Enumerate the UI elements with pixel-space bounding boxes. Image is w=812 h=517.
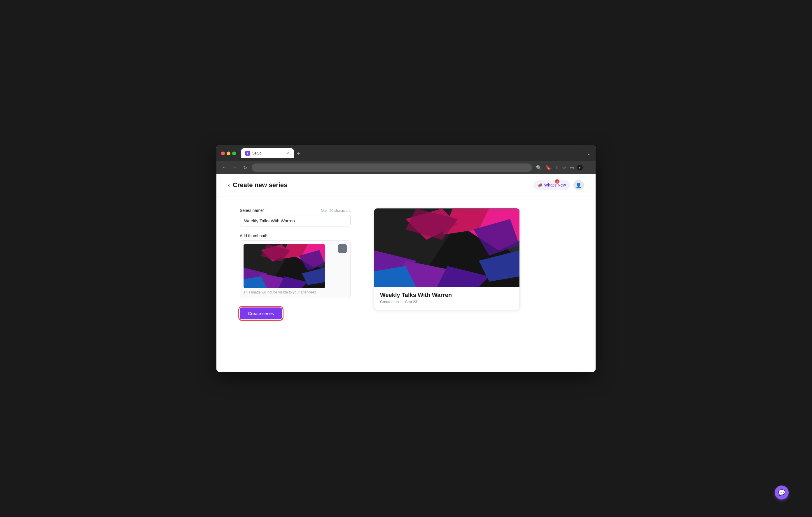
new-tab-button[interactable]: +	[294, 149, 303, 158]
page-content: ‹ Create new series 📣 What's New 1 👤	[216, 174, 596, 372]
forward-nav-button[interactable]: →	[232, 164, 239, 171]
sidebar-icon[interactable]: ▭	[569, 164, 575, 171]
preview-art	[374, 208, 519, 287]
page-header: ‹ Create new series 📣 What's New 1 👤	[216, 174, 596, 196]
thumbnail-image	[243, 244, 325, 288]
tab-title-label: Setup	[252, 151, 284, 155]
preview-thumbnail	[374, 208, 519, 287]
thumbnail-note: This image will not be visible to your a…	[243, 290, 347, 294]
address-bar[interactable]	[252, 163, 532, 172]
search-icon[interactable]: 🔍	[535, 164, 543, 171]
preview-section: Weekly Talks With Warren Created on 11 S…	[374, 208, 520, 310]
thumbnail-art	[243, 244, 325, 288]
dots-icon: ···	[341, 246, 344, 251]
user-avatar[interactable]: 👤	[573, 180, 584, 190]
preview-date: Created on 11 Sep 23	[380, 300, 514, 304]
whats-new-button[interactable]: 📣 What's New 1	[533, 180, 570, 190]
nav-icons-right: 🔍 🔖 ⇧ ☆ ▭ ● ⋮	[535, 164, 591, 171]
page-header-left: ‹ Create new series	[228, 181, 287, 189]
bookmark-icon[interactable]: 🔖	[545, 164, 552, 171]
close-button[interactable]	[221, 152, 225, 155]
chat-icon: 💬	[778, 489, 785, 496]
thumbnail-required-star: *	[266, 234, 267, 238]
avatar-icon: 👤	[576, 182, 582, 188]
page-title: Create new series	[233, 181, 287, 189]
preview-title: Weekly Talks With Warren	[380, 292, 514, 298]
traffic-lights	[221, 152, 236, 155]
thumbnail-menu-button[interactable]: ···	[338, 244, 347, 253]
browser-titlebar: Z Setup × + ⌄	[216, 145, 596, 161]
browser-nav-bar: ← → ↻ 🔍 🔖 ⇧ ☆ ▭ ● ⋮	[216, 161, 596, 174]
back-nav-button[interactable]: ←	[221, 164, 228, 171]
header-right: 📣 What's New 1 👤	[533, 180, 584, 190]
required-star: *	[263, 208, 264, 213]
menu-icon[interactable]: ⋮	[585, 164, 591, 171]
series-name-hint: Max. 50 characters	[321, 209, 351, 213]
form-section: Series name* Max. 50 characters Add thum…	[240, 208, 351, 320]
whats-new-label: What's New	[544, 183, 566, 187]
thumbnail-container: ··· This image will not be visible to yo…	[240, 240, 351, 298]
create-series-button[interactable]: Create series	[240, 307, 282, 320]
reload-nav-button[interactable]: ↻	[242, 164, 248, 171]
notification-badge: 1	[555, 179, 559, 184]
page-back-button[interactable]: ‹	[228, 182, 230, 188]
record-icon[interactable]: ●	[577, 165, 583, 171]
thumbnail-label-row: Add thumbnail*	[240, 234, 351, 238]
series-name-input[interactable]	[240, 215, 351, 226]
minimize-button[interactable]	[227, 152, 230, 155]
preview-info: Weekly Talks With Warren Created on 11 S…	[374, 287, 519, 310]
thumbnail-group: Add thumbnail*	[240, 234, 351, 298]
window-expand-icon[interactable]: ⌄	[586, 150, 591, 156]
share-icon[interactable]: ⇧	[554, 164, 559, 171]
preview-card: Weekly Talks With Warren Created on 11 S…	[374, 208, 520, 310]
main-content: Series name* Max. 50 characters Add thum…	[216, 196, 596, 331]
tab-bar: Z Setup × +	[241, 148, 584, 158]
series-name-label: Series name*	[240, 208, 264, 213]
star-icon[interactable]: ☆	[561, 164, 567, 171]
chat-fab-button[interactable]: 💬	[775, 486, 789, 499]
megaphone-icon: 📣	[538, 183, 543, 187]
browser-window: Z Setup × + ⌄ ← → ↻ 🔍 🔖 ⇧ ☆ ▭ ● ⋮	[216, 145, 596, 372]
series-name-label-row: Series name* Max. 50 characters	[240, 208, 351, 213]
maximize-button[interactable]	[232, 152, 236, 155]
series-name-group: Series name* Max. 50 characters	[240, 208, 351, 226]
tab-close-icon[interactable]: ×	[286, 151, 290, 156]
tab-favicon: Z	[245, 151, 250, 156]
active-tab[interactable]: Z Setup ×	[241, 148, 294, 158]
thumbnail-label: Add thumbnail*	[240, 234, 267, 238]
